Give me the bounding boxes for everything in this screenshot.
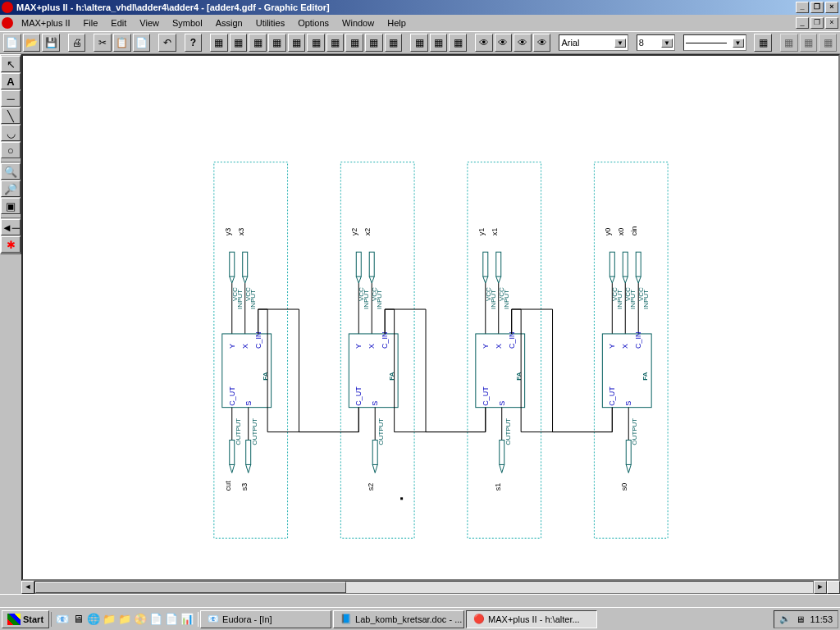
svg-text:INPUT: INPUT <box>616 290 623 309</box>
app-menu-icon[interactable] <box>2 17 13 29</box>
svg-text:C_IN: C_IN <box>634 331 642 348</box>
tool-button[interactable]: 👁 <box>514 34 532 52</box>
mdi-maximize-button[interactable]: ❐ <box>810 17 824 29</box>
status-bar <box>0 594 840 607</box>
schematic-canvas[interactable]: y3VCCINPUTx3VCCINPUTFAYXC_INC_UTScutOUTP… <box>21 54 840 581</box>
close-button[interactable]: × <box>825 2 838 13</box>
svg-text:cin: cin <box>630 226 638 235</box>
menu-window[interactable]: Window <box>336 16 381 30</box>
menu-symbol[interactable]: Symbol <box>166 16 209 30</box>
maximize-button[interactable]: ❐ <box>810 2 824 13</box>
app-icon <box>2 2 13 13</box>
taskbar-item-word[interactable]: 📘 Lab_komb_kretsar.doc - ... <box>333 610 464 628</box>
tool-button[interactable]: ▦ <box>385 34 403 52</box>
tool-button[interactable]: ▦ <box>430 34 448 52</box>
tool-button[interactable]: ▦ <box>449 34 467 52</box>
zoom-in-tool[interactable]: 🔍 <box>1 163 21 180</box>
tool-button[interactable]: ▦ <box>210 34 228 52</box>
svg-text:OUTPUT: OUTPUT <box>251 418 258 445</box>
save-button[interactable]: 💾 <box>42 34 60 52</box>
title-bar: MAX+plus II - h:\altera_vhdl\adder4\adde… <box>0 0 840 15</box>
horizontal-scrollbar[interactable]: ◄ ► <box>21 581 840 594</box>
tool-button[interactable]: ▦ <box>268 34 286 52</box>
tool-button[interactable]: ▦ <box>307 34 325 52</box>
tool-button[interactable]: 👁 <box>533 34 551 52</box>
new-button[interactable]: 📄 <box>3 34 21 52</box>
quick-launch-icon[interactable]: 📄 <box>164 612 179 627</box>
taskbar-item-maxplus[interactable]: 🔴 MAX+plus II - h:\alter... <box>466 610 597 628</box>
minimize-button[interactable]: _ <box>796 2 809 13</box>
selection-tool[interactable]: ↖ <box>1 56 21 72</box>
circle-tool[interactable]: ○ <box>1 142 21 158</box>
task-icon: 🔴 <box>473 614 485 624</box>
tray-icon[interactable]: 🔊 <box>779 614 791 624</box>
mdi-close-button[interactable]: × <box>825 17 838 29</box>
mdi-minimize-button[interactable]: _ <box>796 17 809 29</box>
paste-button[interactable]: 📄 <box>133 34 151 52</box>
tool-button[interactable]: ▦ <box>345 34 363 52</box>
help-button[interactable]: ? <box>185 34 203 52</box>
text-tool[interactable]: A <box>1 73 21 89</box>
quick-launch-icon[interactable]: 📄 <box>148 612 163 627</box>
scroll-right-button[interactable]: ► <box>814 581 827 594</box>
line-selector[interactable]: ▼ <box>683 34 746 51</box>
menu-utilities[interactable]: Utilities <box>249 16 291 30</box>
svg-text:Y: Y <box>608 344 616 349</box>
cut-button[interactable]: ✂ <box>94 34 112 52</box>
task-label: MAX+plus II - h:\alter... <box>488 614 580 624</box>
quick-launch-icon[interactable]: 🖥 <box>71 612 85 627</box>
tool-button[interactable]: ▦ <box>754 34 772 52</box>
scroll-track[interactable] <box>34 581 814 594</box>
start-button[interactable]: Start <box>2 610 49 628</box>
zoom-out-tool[interactable]: 🔎 <box>1 180 21 197</box>
dropdown-icon: ▼ <box>733 39 744 48</box>
size-selector[interactable]: 8 ▼ <box>637 34 675 51</box>
tool-button[interactable]: ▦ <box>365 34 383 52</box>
quick-launch-icon[interactable]: 📁 <box>102 612 116 627</box>
menu-view[interactable]: View <box>133 16 166 30</box>
connector-tool[interactable]: ◄─ <box>1 219 21 235</box>
quick-launch-icon[interactable]: 🌐 <box>86 612 101 627</box>
menu-options[interactable]: Options <box>291 16 336 30</box>
line-tool[interactable]: ─ <box>1 90 21 107</box>
tray-icon[interactable]: 🖥 <box>796 614 805 624</box>
diag-line-tool[interactable]: ╲ <box>1 107 21 124</box>
tool-button[interactable]: 👁 <box>475 34 493 52</box>
menu-maxplus[interactable]: MAX+plus II <box>15 16 77 30</box>
scroll-left-button[interactable]: ◄ <box>21 581 34 594</box>
arc-tool[interactable]: ◡ <box>1 125 21 141</box>
quick-launch-icon[interactable]: 📁 <box>117 612 132 627</box>
menu-file[interactable]: File <box>77 16 105 30</box>
svg-rect-2 <box>230 252 235 276</box>
svg-text:C_UT: C_UT <box>228 386 236 406</box>
tool-button[interactable]: ▦ <box>326 34 345 52</box>
quick-launch-icon[interactable]: 📀 <box>133 612 148 627</box>
svg-text:OUTPUT: OUTPUT <box>377 418 385 445</box>
taskbar-item-eudora[interactable]: 📧 Eudora - [In] <box>200 610 331 628</box>
copy-button[interactable]: 📋 <box>113 34 131 52</box>
quick-launch-icon[interactable]: 📧 <box>55 612 70 627</box>
menu-help[interactable]: Help <box>381 16 413 30</box>
print-button[interactable]: 🖨 <box>68 34 86 52</box>
font-selector[interactable]: Arial ▼ <box>559 34 628 51</box>
tool-button[interactable]: ▦ <box>249 34 267 52</box>
open-button[interactable]: 📂 <box>23 34 41 52</box>
menu-edit[interactable]: Edit <box>104 16 133 30</box>
tool-button[interactable]: ▦ <box>410 34 428 52</box>
undo-button[interactable]: ↶ <box>158 34 176 52</box>
quick-launch-icon[interactable]: 📊 <box>180 612 194 627</box>
svg-text:X: X <box>241 344 249 349</box>
svg-text:C_UT: C_UT <box>608 386 616 406</box>
svg-rect-48 <box>468 162 541 539</box>
svg-text:s1: s1 <box>494 483 502 491</box>
tool-button[interactable]: 👁 <box>495 34 513 52</box>
tool-button[interactable]: ▦ <box>230 34 248 52</box>
menu-assign[interactable]: Assign <box>209 16 249 30</box>
svg-text:y2: y2 <box>350 228 358 235</box>
scroll-thumb[interactable] <box>35 582 346 593</box>
junction-tool[interactable]: ✱ <box>1 236 21 253</box>
fit-tool[interactable]: ▣ <box>1 198 21 214</box>
start-label: Start <box>23 614 43 624</box>
tool-button[interactable]: ▦ <box>288 34 306 52</box>
svg-rect-72 <box>609 252 614 276</box>
